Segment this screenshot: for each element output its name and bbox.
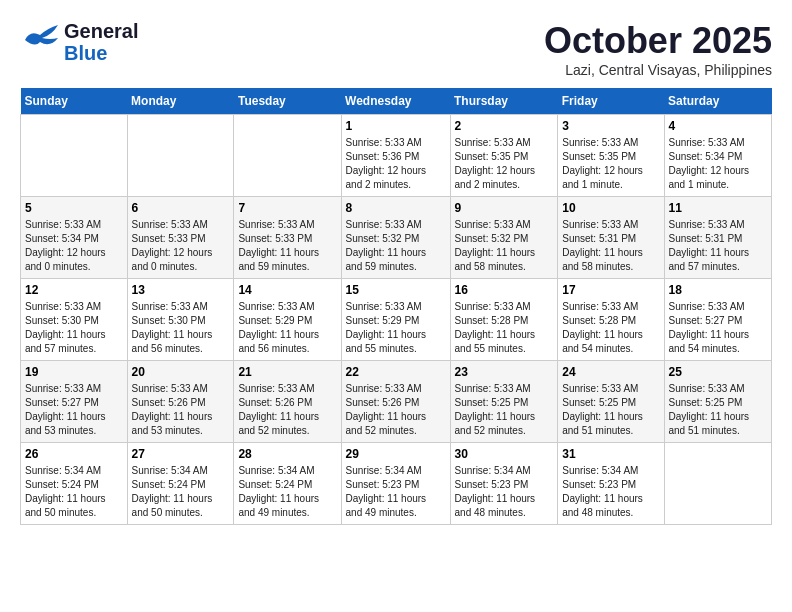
day-info: Sunrise: 5:33 AM Sunset: 5:29 PM Dayligh… (346, 300, 446, 356)
day-number: 6 (132, 201, 230, 215)
calendar-header-row: Sunday Monday Tuesday Wednesday Thursday… (21, 88, 772, 115)
table-row: 30Sunrise: 5:34 AM Sunset: 5:23 PM Dayli… (450, 443, 558, 525)
header-friday: Friday (558, 88, 664, 115)
table-row: 17Sunrise: 5:33 AM Sunset: 5:28 PM Dayli… (558, 279, 664, 361)
day-number: 4 (669, 119, 768, 133)
day-info: Sunrise: 5:33 AM Sunset: 5:25 PM Dayligh… (562, 382, 659, 438)
logo: General Blue (20, 20, 138, 64)
day-info: Sunrise: 5:33 AM Sunset: 5:35 PM Dayligh… (562, 136, 659, 192)
day-info: Sunrise: 5:33 AM Sunset: 5:33 PM Dayligh… (132, 218, 230, 274)
day-info: Sunrise: 5:33 AM Sunset: 5:34 PM Dayligh… (25, 218, 123, 274)
day-number: 12 (25, 283, 123, 297)
day-info: Sunrise: 5:33 AM Sunset: 5:32 PM Dayligh… (455, 218, 554, 274)
table-row (234, 115, 341, 197)
table-row: 13Sunrise: 5:33 AM Sunset: 5:30 PM Dayli… (127, 279, 234, 361)
day-info: Sunrise: 5:34 AM Sunset: 5:24 PM Dayligh… (132, 464, 230, 520)
table-row: 8Sunrise: 5:33 AM Sunset: 5:32 PM Daylig… (341, 197, 450, 279)
logo-text: General Blue (64, 20, 138, 64)
day-info: Sunrise: 5:33 AM Sunset: 5:25 PM Dayligh… (669, 382, 768, 438)
table-row: 26Sunrise: 5:34 AM Sunset: 5:24 PM Dayli… (21, 443, 128, 525)
day-number: 21 (238, 365, 336, 379)
day-info: Sunrise: 5:33 AM Sunset: 5:26 PM Dayligh… (346, 382, 446, 438)
table-row: 15Sunrise: 5:33 AM Sunset: 5:29 PM Dayli… (341, 279, 450, 361)
calendar-week-row: 26Sunrise: 5:34 AM Sunset: 5:24 PM Dayli… (21, 443, 772, 525)
day-info: Sunrise: 5:33 AM Sunset: 5:30 PM Dayligh… (132, 300, 230, 356)
table-row: 25Sunrise: 5:33 AM Sunset: 5:25 PM Dayli… (664, 361, 772, 443)
day-info: Sunrise: 5:33 AM Sunset: 5:34 PM Dayligh… (669, 136, 768, 192)
day-info: Sunrise: 5:33 AM Sunset: 5:35 PM Dayligh… (455, 136, 554, 192)
table-row (664, 443, 772, 525)
table-row: 21Sunrise: 5:33 AM Sunset: 5:26 PM Dayli… (234, 361, 341, 443)
day-number: 3 (562, 119, 659, 133)
location: Lazi, Central Visayas, Philippines (544, 62, 772, 78)
header-monday: Monday (127, 88, 234, 115)
header-wednesday: Wednesday (341, 88, 450, 115)
day-number: 19 (25, 365, 123, 379)
day-number: 30 (455, 447, 554, 461)
day-number: 20 (132, 365, 230, 379)
calendar-week-row: 5Sunrise: 5:33 AM Sunset: 5:34 PM Daylig… (21, 197, 772, 279)
day-info: Sunrise: 5:33 AM Sunset: 5:31 PM Dayligh… (562, 218, 659, 274)
day-number: 28 (238, 447, 336, 461)
table-row: 23Sunrise: 5:33 AM Sunset: 5:25 PM Dayli… (450, 361, 558, 443)
table-row: 29Sunrise: 5:34 AM Sunset: 5:23 PM Dayli… (341, 443, 450, 525)
day-info: Sunrise: 5:34 AM Sunset: 5:24 PM Dayligh… (25, 464, 123, 520)
calendar-week-row: 19Sunrise: 5:33 AM Sunset: 5:27 PM Dayli… (21, 361, 772, 443)
table-row: 12Sunrise: 5:33 AM Sunset: 5:30 PM Dayli… (21, 279, 128, 361)
day-number: 9 (455, 201, 554, 215)
title-section: October 2025 Lazi, Central Visayas, Phil… (544, 20, 772, 78)
page-header: General Blue October 2025 Lazi, Central … (20, 20, 772, 78)
day-number: 26 (25, 447, 123, 461)
table-row: 10Sunrise: 5:33 AM Sunset: 5:31 PM Dayli… (558, 197, 664, 279)
table-row: 6Sunrise: 5:33 AM Sunset: 5:33 PM Daylig… (127, 197, 234, 279)
day-info: Sunrise: 5:34 AM Sunset: 5:23 PM Dayligh… (346, 464, 446, 520)
day-number: 29 (346, 447, 446, 461)
day-info: Sunrise: 5:34 AM Sunset: 5:23 PM Dayligh… (455, 464, 554, 520)
table-row: 9Sunrise: 5:33 AM Sunset: 5:32 PM Daylig… (450, 197, 558, 279)
day-info: Sunrise: 5:33 AM Sunset: 5:31 PM Dayligh… (669, 218, 768, 274)
day-number: 16 (455, 283, 554, 297)
month-title: October 2025 (544, 20, 772, 62)
day-info: Sunrise: 5:33 AM Sunset: 5:30 PM Dayligh… (25, 300, 123, 356)
header-sunday: Sunday (21, 88, 128, 115)
table-row: 5Sunrise: 5:33 AM Sunset: 5:34 PM Daylig… (21, 197, 128, 279)
header-tuesday: Tuesday (234, 88, 341, 115)
table-row: 3Sunrise: 5:33 AM Sunset: 5:35 PM Daylig… (558, 115, 664, 197)
day-info: Sunrise: 5:33 AM Sunset: 5:32 PM Dayligh… (346, 218, 446, 274)
day-number: 23 (455, 365, 554, 379)
day-info: Sunrise: 5:34 AM Sunset: 5:23 PM Dayligh… (562, 464, 659, 520)
calendar-week-row: 1Sunrise: 5:33 AM Sunset: 5:36 PM Daylig… (21, 115, 772, 197)
day-number: 25 (669, 365, 768, 379)
day-number: 2 (455, 119, 554, 133)
table-row: 24Sunrise: 5:33 AM Sunset: 5:25 PM Dayli… (558, 361, 664, 443)
table-row: 27Sunrise: 5:34 AM Sunset: 5:24 PM Dayli… (127, 443, 234, 525)
calendar-week-row: 12Sunrise: 5:33 AM Sunset: 5:30 PM Dayli… (21, 279, 772, 361)
header-thursday: Thursday (450, 88, 558, 115)
day-info: Sunrise: 5:33 AM Sunset: 5:25 PM Dayligh… (455, 382, 554, 438)
day-number: 31 (562, 447, 659, 461)
day-info: Sunrise: 5:33 AM Sunset: 5:33 PM Dayligh… (238, 218, 336, 274)
day-number: 17 (562, 283, 659, 297)
day-info: Sunrise: 5:33 AM Sunset: 5:26 PM Dayligh… (132, 382, 230, 438)
day-info: Sunrise: 5:33 AM Sunset: 5:27 PM Dayligh… (669, 300, 768, 356)
table-row (127, 115, 234, 197)
day-number: 22 (346, 365, 446, 379)
day-number: 15 (346, 283, 446, 297)
table-row: 1Sunrise: 5:33 AM Sunset: 5:36 PM Daylig… (341, 115, 450, 197)
table-row: 22Sunrise: 5:33 AM Sunset: 5:26 PM Dayli… (341, 361, 450, 443)
day-info: Sunrise: 5:33 AM Sunset: 5:27 PM Dayligh… (25, 382, 123, 438)
day-number: 18 (669, 283, 768, 297)
table-row: 4Sunrise: 5:33 AM Sunset: 5:34 PM Daylig… (664, 115, 772, 197)
table-row: 18Sunrise: 5:33 AM Sunset: 5:27 PM Dayli… (664, 279, 772, 361)
day-number: 14 (238, 283, 336, 297)
table-row: 11Sunrise: 5:33 AM Sunset: 5:31 PM Dayli… (664, 197, 772, 279)
day-number: 27 (132, 447, 230, 461)
day-info: Sunrise: 5:33 AM Sunset: 5:26 PM Dayligh… (238, 382, 336, 438)
table-row (21, 115, 128, 197)
day-info: Sunrise: 5:33 AM Sunset: 5:29 PM Dayligh… (238, 300, 336, 356)
day-number: 11 (669, 201, 768, 215)
calendar-table: Sunday Monday Tuesday Wednesday Thursday… (20, 88, 772, 525)
table-row: 19Sunrise: 5:33 AM Sunset: 5:27 PM Dayli… (21, 361, 128, 443)
day-number: 8 (346, 201, 446, 215)
day-number: 5 (25, 201, 123, 215)
